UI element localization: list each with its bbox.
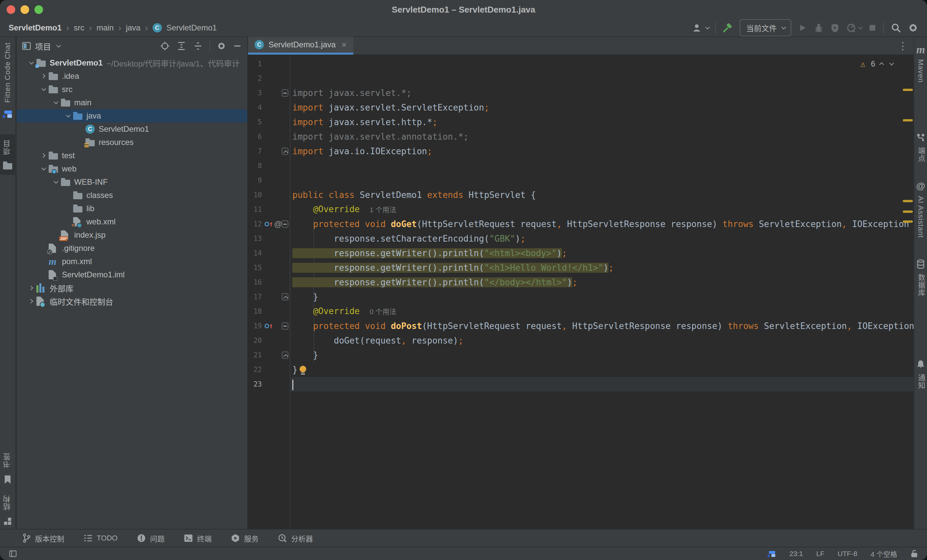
warning-stripe-mark[interactable] bbox=[903, 211, 913, 213]
fold-collapse-icon[interactable] bbox=[282, 322, 288, 330]
collapse-arrow-icon[interactable] bbox=[37, 167, 49, 170]
chevron-down-icon[interactable] bbox=[56, 43, 61, 48]
code-text[interactable]: @Override0 个用法 bbox=[290, 304, 914, 319]
code-line-16[interactable]: 16 response.getWriter().println("</body>… bbox=[248, 275, 914, 290]
toolwindow-button-bookmarks[interactable]: 书签 bbox=[0, 448, 15, 490]
code-line-6[interactable]: 6import javax.servlet.annotation.*; bbox=[248, 129, 914, 144]
breadcrumb-src[interactable]: src bbox=[74, 23, 84, 32]
fold-end-icon[interactable] bbox=[282, 147, 288, 155]
tree-item-java[interactable]: java bbox=[17, 109, 247, 123]
code-text[interactable]: @Override1 个用法 bbox=[290, 202, 914, 217]
tree-item-.gitignore[interactable]: .gitignore bbox=[17, 241, 247, 255]
warning-stripe-mark[interactable] bbox=[903, 89, 913, 91]
panel-settings-button[interactable] bbox=[217, 41, 226, 51]
debug-button[interactable] bbox=[814, 23, 824, 33]
override-icon[interactable]: ↑ bbox=[264, 322, 273, 330]
code-line-13[interactable]: 13 response.setCharacterEncoding("GBK"); bbox=[248, 231, 914, 246]
collapse-all-button[interactable] bbox=[193, 41, 203, 51]
warning-stripe-mark[interactable] bbox=[903, 119, 913, 121]
code-text[interactable]: public class ServletDemo1 extends HttpSe… bbox=[290, 188, 914, 202]
code-text[interactable]: response.getWriter().println("<h1>Hello … bbox=[290, 261, 914, 275]
toolwindow-button-maven[interactable]: mMaven bbox=[916, 45, 925, 83]
code-line-9[interactable]: 9 bbox=[248, 173, 914, 188]
close-tab-icon[interactable]: × bbox=[342, 40, 346, 50]
build-button[interactable] bbox=[722, 23, 733, 33]
tab-servletdemo1-java[interactable]: C ServletDemo1.java × bbox=[248, 37, 353, 55]
code-line-14[interactable]: 14 response.getWriter().println("<html><… bbox=[248, 246, 914, 261]
code-text[interactable]: doGet(request, response); bbox=[290, 333, 914, 348]
tree-item-web-inf[interactable]: WEB-INF bbox=[17, 175, 247, 189]
toolwindow-button-问题[interactable]: 问题 bbox=[137, 533, 164, 543]
override-icon[interactable]: ↑ bbox=[264, 220, 273, 228]
collapse-arrow-icon[interactable] bbox=[50, 101, 61, 104]
tree-item-lib[interactable]: lib bbox=[17, 202, 247, 215]
tree-item-[interactable]: 外部库 bbox=[17, 281, 247, 294]
code-text[interactable]: response.getWriter().println("</body></h… bbox=[290, 275, 914, 290]
code-line-7[interactable]: 7import java.io.IOException; bbox=[248, 144, 914, 159]
expand-arrow-icon[interactable] bbox=[25, 299, 36, 303]
fold-collapse-icon[interactable] bbox=[282, 220, 288, 228]
tree-item-web[interactable]: web bbox=[17, 162, 247, 175]
intention-bulb-icon[interactable] bbox=[299, 366, 306, 372]
toolwindow-button-structure[interactable]: 结构 bbox=[0, 490, 15, 529]
run-configuration-select[interactable]: 当前文件 bbox=[740, 19, 791, 36]
toolwindow-button-project[interactable]: 项目 bbox=[0, 134, 15, 175]
code-text[interactable]: import javax.servlet.http.*; bbox=[290, 115, 914, 129]
run-with-coverage-button[interactable] bbox=[830, 23, 840, 33]
fold-end-icon[interactable] bbox=[282, 293, 288, 300]
user-account-button[interactable] bbox=[692, 23, 708, 33]
hide-panel-button[interactable] bbox=[233, 41, 242, 51]
code-line-23[interactable]: 23 bbox=[248, 377, 914, 392]
toolwindow-button-服务[interactable]: 服务 bbox=[231, 533, 258, 543]
search-everywhere-button[interactable] bbox=[891, 23, 901, 33]
breadcrumb-project[interactable]: ServletDemo1 bbox=[9, 23, 62, 32]
tree-item-servletdemo1.iml[interactable]: ServletDemo1.iml bbox=[17, 268, 247, 281]
code-line-18[interactable]: 18 @Override0 个用法 bbox=[248, 304, 914, 319]
file-encoding[interactable]: UTF-8 bbox=[837, 550, 857, 558]
tree-item-test[interactable]: test bbox=[17, 149, 247, 162]
toolwindow-button-todo[interactable]: TODO bbox=[84, 534, 117, 542]
code-line-12[interactable]: 12↑@ protected void doGet(HttpServletReq… bbox=[248, 217, 914, 231]
line-separator[interactable]: LF bbox=[816, 550, 824, 558]
code-line-15[interactable]: 15 response.getWriter().println("<h1>Hel… bbox=[248, 261, 914, 275]
toolwindow-button-端点[interactable]: 端点 bbox=[915, 132, 926, 162]
code-line-8[interactable]: 8 bbox=[248, 159, 914, 173]
fitten-status-icon[interactable] bbox=[767, 550, 775, 558]
toolwindow-button-终端[interactable]: 终端 bbox=[184, 533, 211, 543]
code-line-19[interactable]: 19↑ protected void doPost(HttpServletReq… bbox=[248, 319, 914, 333]
expand-arrow-icon[interactable] bbox=[37, 154, 49, 157]
code-editor[interactable]: 123import javax.servlet.*;4import javax.… bbox=[248, 55, 914, 529]
code-line-4[interactable]: 4import javax.servlet.ServletException; bbox=[248, 100, 914, 115]
indent-setting[interactable]: 4 个空格 bbox=[871, 549, 897, 558]
error-stripe[interactable] bbox=[902, 55, 914, 529]
code-line-20[interactable]: 20 doGet(request, response); bbox=[248, 333, 914, 348]
tree-item-servletdemo1[interactable]: CServletDemo1 bbox=[17, 123, 247, 136]
warning-stripe-mark[interactable] bbox=[903, 220, 913, 223]
collapse-arrow-icon[interactable] bbox=[37, 88, 49, 91]
tree-item-web.xml[interactable]: <web.xml bbox=[17, 215, 247, 228]
tree-item-[interactable]: 临时文件和控制台 bbox=[17, 294, 247, 308]
code-text[interactable]: protected void doPost(HttpServletRequest… bbox=[290, 319, 914, 333]
code-line-5[interactable]: 5import javax.servlet.http.*; bbox=[248, 115, 914, 129]
previous-problem-icon[interactable] bbox=[879, 62, 884, 67]
collapse-arrow-icon[interactable] bbox=[25, 61, 36, 65]
stop-button[interactable] bbox=[868, 23, 877, 32]
toolwindow-button-数据库[interactable]: 数据库 bbox=[915, 259, 926, 297]
warning-stripe-mark[interactable] bbox=[903, 200, 913, 202]
project-panel-title[interactable]: 项目 bbox=[35, 40, 51, 52]
toolwindow-button-分析器[interactable]: 分析器 bbox=[278, 533, 313, 543]
tree-item-src[interactable]: src bbox=[17, 83, 247, 96]
code-line-3[interactable]: 3import javax.servlet.*; bbox=[248, 86, 914, 100]
readonly-lock-icon[interactable] bbox=[910, 549, 918, 558]
collapse-arrow-icon[interactable] bbox=[62, 114, 73, 117]
tab-options-icon[interactable]: ⋮ bbox=[898, 40, 908, 52]
toolwindow-button-通知[interactable]: 通知 bbox=[915, 360, 926, 389]
inspections-widget[interactable]: ⚠ 6 bbox=[860, 59, 892, 69]
breadcrumb-java[interactable]: java bbox=[126, 23, 140, 32]
code-line-21[interactable]: 21 } bbox=[248, 348, 914, 363]
code-line-22[interactable]: 22} bbox=[248, 363, 914, 377]
tree-item-.idea[interactable]: .idea bbox=[17, 70, 247, 83]
expand-arrow-icon[interactable] bbox=[37, 74, 49, 78]
toolwindow-button-ai-assistant[interactable]: @AI Assistant bbox=[916, 181, 925, 238]
code-line-10[interactable]: 10public class ServletDemo1 extends Http… bbox=[248, 188, 914, 202]
